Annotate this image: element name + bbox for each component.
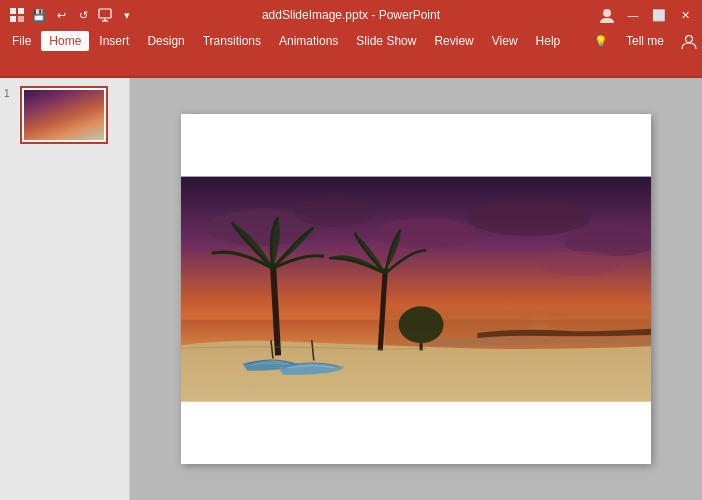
tab-file[interactable]: File <box>4 31 39 51</box>
slide-canvas[interactable] <box>181 114 651 464</box>
present-icon[interactable] <box>96 6 114 24</box>
app-icon <box>8 6 26 24</box>
restore-button[interactable]: ⬜ <box>650 6 668 24</box>
title-bar: 💾 ↩ ↺ ▾ addSlideImage.pptx - PowerPoint … <box>0 0 702 30</box>
svg-point-19 <box>539 251 621 276</box>
tab-review[interactable]: Review <box>426 31 481 51</box>
svg-rect-0 <box>10 8 16 14</box>
tab-help[interactable]: Help <box>528 31 569 51</box>
undo-icon[interactable]: ↩ <box>52 6 70 24</box>
tab-home[interactable]: Home <box>41 31 89 51</box>
tab-view[interactable]: View <box>484 31 526 51</box>
slide-number: 1 <box>4 88 16 99</box>
svg-point-16 <box>467 199 590 236</box>
window-title: addSlideImage.pptx - PowerPoint <box>262 8 440 22</box>
tell-me-button[interactable]: Tell me <box>618 31 672 51</box>
slide-item: 1 <box>4 86 125 144</box>
quick-access-toolbar: 💾 ↩ ↺ ▾ <box>8 6 136 24</box>
svg-rect-3 <box>18 16 24 22</box>
dropdown-icon[interactable]: ▾ <box>118 6 136 24</box>
svg-point-7 <box>603 9 611 17</box>
slide-panel: 1 <box>0 78 130 500</box>
tab-animations[interactable]: Animations <box>271 31 346 51</box>
tab-design[interactable]: Design <box>139 31 192 51</box>
svg-point-8 <box>686 36 693 43</box>
svg-rect-2 <box>10 16 16 22</box>
redo-icon[interactable]: ↺ <box>74 6 92 24</box>
svg-point-22 <box>399 306 444 343</box>
user-icon[interactable] <box>680 32 698 50</box>
main-area: 1 <box>0 78 702 500</box>
svg-rect-1 <box>18 8 24 14</box>
slide-thumbnail[interactable] <box>20 86 108 144</box>
tab-slideshow[interactable]: Slide Show <box>348 31 424 51</box>
minimize-button[interactable]: — <box>624 6 642 24</box>
ribbon-tab-bar: File Home Insert Design Transitions Anim… <box>0 30 702 52</box>
ribbon-content <box>0 52 702 78</box>
lightbulb-icon: 💡 <box>592 32 610 50</box>
tab-insert[interactable]: Insert <box>91 31 137 51</box>
user-avatar-icon[interactable] <box>598 6 616 24</box>
save-icon[interactable]: 💾 <box>30 6 48 24</box>
svg-point-15 <box>375 217 477 248</box>
window-controls: — ⬜ ✕ <box>598 6 694 24</box>
svg-rect-4 <box>99 9 111 18</box>
svg-point-14 <box>293 198 375 227</box>
canvas-area <box>130 78 702 500</box>
close-button[interactable]: ✕ <box>676 6 694 24</box>
tab-transitions[interactable]: Transitions <box>195 31 269 51</box>
beach-image <box>181 114 651 464</box>
